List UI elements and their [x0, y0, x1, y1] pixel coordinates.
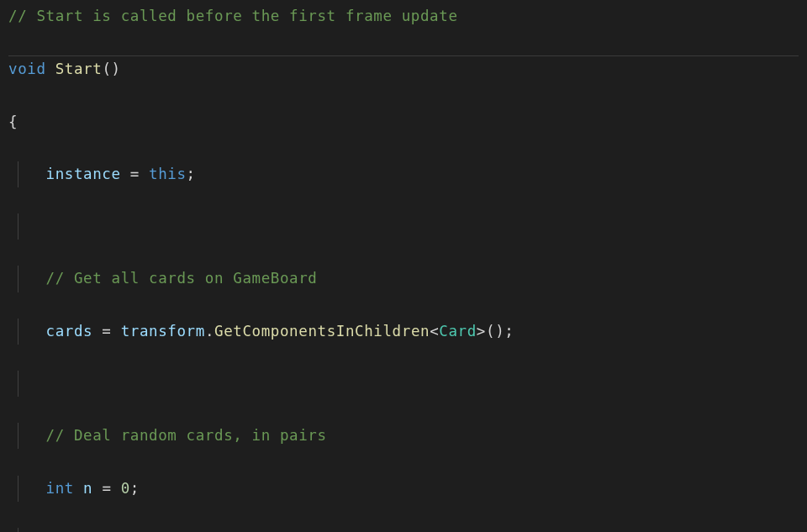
parens: ()	[102, 61, 120, 77]
var-instance: instance	[46, 166, 121, 182]
var-cards: cards	[46, 323, 93, 340]
angle-open: <	[430, 323, 439, 340]
code-line: // Get all cards on GameBoard	[8, 266, 799, 292]
number: 0	[121, 480, 130, 497]
code-line	[8, 213, 799, 240]
semicolon: ;	[130, 480, 140, 497]
var-transform: transform	[121, 323, 205, 340]
semicolon: ;	[504, 323, 514, 340]
op-eq: =	[92, 480, 120, 497]
type-card: Card	[439, 323, 477, 340]
code-line: // Deal random cards, in pairs	[8, 423, 799, 449]
code-line: Shuffle(cards);	[8, 528, 799, 532]
var-n: n	[83, 480, 92, 497]
comment-text: // Start is called before the first fram…	[8, 8, 458, 24]
method-call: GetComponentsInChildren	[214, 323, 430, 340]
space	[74, 480, 83, 497]
brace-open: {	[8, 113, 18, 130]
op-eq: =	[92, 323, 120, 340]
dot: .	[205, 323, 214, 340]
keyword-void: void	[8, 61, 46, 77]
code-line: // Start is called before the first fram…	[8, 3, 799, 29]
code-line: void Start()	[8, 55, 799, 82]
parens: ()	[486, 323, 504, 340]
method-name: Start	[55, 61, 103, 77]
angle-close: >	[477, 323, 486, 340]
code-line	[8, 371, 799, 397]
comment-text: // Get all cards on GameBoard	[46, 270, 318, 287]
keyword-int: int	[46, 480, 74, 497]
code-line: int n = 0;	[8, 476, 799, 502]
semicolon: ;	[187, 166, 196, 182]
code-line: instance = this;	[8, 161, 799, 187]
keyword-this: this	[149, 166, 187, 182]
code-line: cards = transform.GetComponentsInChildre…	[8, 319, 799, 345]
comment-text: // Deal random cards, in pairs	[46, 427, 327, 444]
code-block: // Start is called before the first fram…	[0, 0, 807, 532]
code-line: {	[8, 109, 799, 135]
space	[46, 61, 55, 77]
op-eq: =	[121, 166, 149, 182]
